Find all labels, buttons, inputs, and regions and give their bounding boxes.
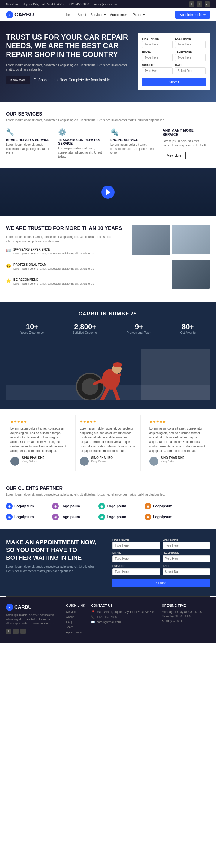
- appt-email-group: EMAIL: [112, 551, 160, 562]
- footer-facebook-icon[interactable]: f: [6, 628, 11, 634]
- know-more-button[interactable]: Know More: [6, 76, 30, 84]
- avatar-1: [10, 457, 20, 466]
- stars-1: ★★★★★: [10, 420, 66, 424]
- first-name-label: FIRST NAME: [142, 37, 173, 40]
- email-icon: ✉️: [91, 620, 95, 624]
- more-services-title: AND MANY MORE SERVICE: [163, 128, 210, 137]
- client-name-6: Logoipsum: [61, 515, 80, 519]
- view-more-button[interactable]: View More: [163, 152, 186, 159]
- appt-telephone-label: TELEPHONE: [163, 551, 210, 554]
- date-group: DATE: [175, 63, 206, 74]
- appt-email-label: EMAIL: [112, 551, 160, 554]
- service-engine: 🔩 ENGINE SERVICE Lorem ipsum dolor sit a…: [110, 128, 158, 159]
- appt-first-name-label: FIRST NAME: [112, 538, 160, 541]
- trusted-item-team: 😊 PROFESSIONAL TEAM Lorem ipsum dolor si…: [6, 263, 126, 275]
- date-input[interactable]: [175, 67, 206, 74]
- appt-submit-button[interactable]: Submit: [112, 579, 210, 587]
- client-logo-4: ◉ Logoipsum: [144, 503, 187, 509]
- svg-point-6: [113, 363, 123, 367]
- footer-twitter-icon[interactable]: t: [13, 628, 19, 634]
- appt-last-name-group: LAST NAME: [163, 538, 210, 549]
- footer-link-faq[interactable]: FAQ: [66, 620, 72, 624]
- testimonial-text-2: Lorem ipsum dolor sit amet, consectetur …: [80, 426, 136, 453]
- hero-submit-button[interactable]: Submit: [142, 78, 206, 86]
- brake-title: BRAKE REPAIR & SERVICE: [6, 138, 53, 142]
- appt-telephone-input[interactable]: [163, 555, 210, 562]
- author-info-1: SINO PHAI DHE Kang Bakso: [22, 456, 45, 467]
- email-input[interactable]: [142, 54, 173, 61]
- first-name-input[interactable]: [142, 41, 173, 48]
- testimonial-text-1: Lorem ipsum dolor sit amet, consectetur …: [10, 426, 66, 453]
- play-button[interactable]: [101, 186, 115, 199]
- contact-phone: 📞 +123-456-7890: [91, 615, 156, 619]
- service-more: AND MANY MORE SERVICE Lorem ipsum dolor …: [163, 128, 210, 159]
- nav-cta-button[interactable]: Appointment Now: [176, 11, 210, 19]
- trusted-title: WE ARE TRUSTED FOR MORE THAN 10 YEARS: [6, 225, 126, 232]
- footer-logo-text: CARBU: [15, 604, 32, 610]
- last-name-input[interactable]: [175, 41, 206, 48]
- trusted-item-recommend: ⭐ BE RECOMMEND Lorem ipsum dolor sit ame…: [6, 278, 126, 290]
- hours-sunday: Sunday Closed: [162, 619, 202, 623]
- appt-first-name-input[interactable]: [112, 542, 160, 549]
- appt-last-name-input[interactable]: [163, 542, 210, 549]
- stars-2: ★★★★★: [80, 420, 136, 424]
- telephone-label: TELEPHONE: [175, 50, 206, 53]
- nav-about[interactable]: About: [78, 13, 86, 17]
- nav-logo[interactable]: e CARBU: [6, 11, 34, 18]
- video-section: [0, 168, 216, 216]
- client-logo-1: ◉ Logoipsum: [6, 503, 48, 509]
- twitter-icon[interactable]: t: [197, 1, 202, 7]
- author-3: SINO THAR DHE Kang Bakso: [150, 456, 206, 467]
- footer-link-team[interactable]: Team: [66, 625, 73, 629]
- clients-grid: ◉ Logoipsum ◉ Logoipsum ◉ Logoipsum ◉ Lo…: [6, 503, 210, 520]
- stat-experience-label: Years Experience: [20, 331, 44, 334]
- footer-linkedin-icon[interactable]: in: [20, 628, 26, 634]
- subject-group: SUBJECT: [142, 63, 173, 74]
- hero-or-text: Or Appointment Now, Complete the form be…: [34, 78, 110, 82]
- numbers-section: CARBU IN NUMBERS 10+ Years Experience 2,…: [0, 302, 216, 409]
- footer-hours: OPENING TIME Monday - Friday 08:00 - 17:…: [162, 604, 202, 636]
- client-icon-6: ◉: [52, 514, 59, 520]
- client-name-2: Logoipsum: [61, 504, 80, 508]
- subject-input[interactable]: [142, 67, 173, 74]
- nav-links: Home About Services ▾ Appointment Pages …: [64, 13, 144, 17]
- svg-rect-11: [141, 349, 210, 400]
- last-name-label: LAST NAME: [175, 37, 206, 40]
- nav-appointment[interactable]: Appointment: [110, 13, 129, 17]
- author-role-3: Kang Bakso: [161, 460, 185, 464]
- footer-link-services[interactable]: Services: [66, 610, 77, 614]
- client-logo-3: ◉ Logoipsum: [99, 503, 140, 509]
- nav-pages[interactable]: Pages ▾: [133, 13, 145, 17]
- client-name-4: Logoipsum: [153, 504, 172, 508]
- testimonial-1: ★★★★★ Lorem ipsum dolor sit amet, consec…: [6, 415, 71, 471]
- author-role-2: Kang Bakso: [91, 460, 113, 464]
- appt-subject-input[interactable]: [112, 568, 160, 575]
- appt-subject-label: SUBJECT: [112, 564, 160, 567]
- numbers-grid: 10+ Years Experience 2,800+ Satisfied Cu…: [6, 323, 210, 334]
- footer-link-appointment[interactable]: Appointment: [66, 631, 83, 634]
- client-logo-8: ◉ Logoipsum: [144, 514, 187, 520]
- footer-logo-icon: e: [6, 604, 13, 611]
- appt-date-label: DATE: [163, 564, 210, 567]
- footer-quick-links: QUICK LINK Services About FAQ Team Appoi…: [66, 604, 85, 636]
- footer-link-about[interactable]: About: [66, 615, 74, 619]
- linkedin-icon[interactable]: in: [205, 1, 210, 7]
- telephone-input[interactable]: [175, 54, 206, 61]
- team-title: PROFESSIONAL TEAM: [14, 263, 95, 267]
- avatar-3: [150, 457, 158, 466]
- services-title: OUR SERVICES: [6, 111, 210, 117]
- recommend-title: BE RECOMMEND: [14, 278, 95, 281]
- recommend-icon: ⭐: [6, 278, 11, 283]
- clients-section: OUR CLIENTS PARTNER Lorem ipsum dolor si…: [0, 477, 216, 529]
- social-links: f t in: [189, 1, 210, 7]
- testimonial-2: ★★★★★ Lorem ipsum dolor sit amet, consec…: [75, 415, 140, 471]
- appt-email-input[interactable]: [112, 555, 160, 562]
- engine-title: ENGINE SERVICE: [110, 138, 158, 142]
- facebook-icon[interactable]: f: [189, 1, 194, 7]
- nav-services[interactable]: Services ▾: [90, 13, 106, 17]
- appt-date-input[interactable]: [163, 568, 210, 575]
- appt-last-name-label: LAST NAME: [163, 538, 210, 541]
- client-name-8: Logoipsum: [153, 515, 172, 519]
- nav-home[interactable]: Home: [64, 13, 73, 17]
- contact-email-text: carbu@email.com: [97, 620, 121, 624]
